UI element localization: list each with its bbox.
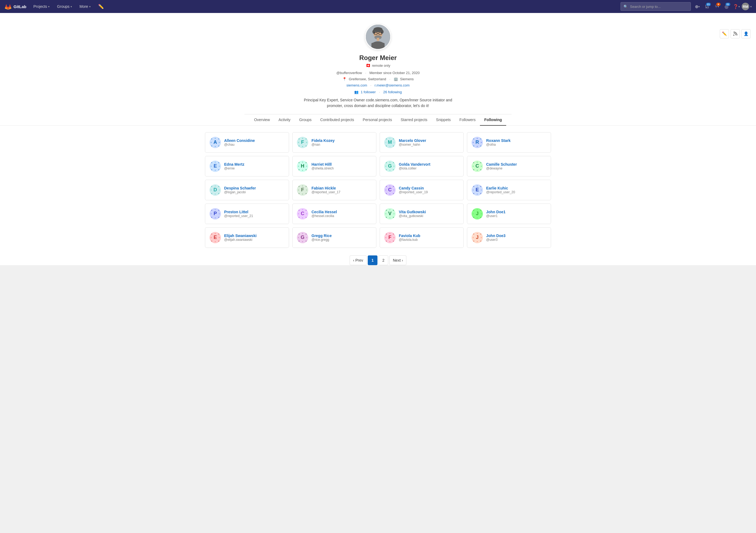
- user-card[interactable]: E Edna Mertz@ernie: [205, 156, 289, 176]
- user-name[interactable]: Cecilia Hessel: [311, 210, 372, 214]
- user-name[interactable]: Fidela Kozey: [311, 138, 372, 143]
- user-name[interactable]: Harriet Hilll: [311, 162, 372, 167]
- user-avatar-16: E: [209, 232, 221, 243]
- user-avatar-13: C: [297, 208, 308, 220]
- user-name[interactable]: Despina Schaefer: [224, 186, 284, 190]
- user-name[interactable]: Elijah Swaniawski: [224, 233, 284, 238]
- user-name[interactable]: Preston Littel: [224, 210, 284, 214]
- svg-point-170: [477, 217, 478, 218]
- svg-point-68: [306, 169, 307, 170]
- user-avatar[interactable]: RM: [742, 3, 749, 10]
- user-name[interactable]: Vita Gutkowski: [399, 210, 459, 214]
- nav-groups[interactable]: Groups ▾: [54, 3, 75, 10]
- user-handle: @reported_user_17: [311, 190, 372, 194]
- svg-point-20: [215, 146, 216, 147]
- user-card[interactable]: C Cecilia Hessel@hessel.cecilia: [292, 203, 376, 224]
- svg-point-89: [477, 162, 478, 163]
- user-avatar-12: P: [209, 208, 221, 220]
- user-card[interactable]: C Camille Schuster@dewayne: [467, 156, 551, 176]
- page-2-button[interactable]: 2: [379, 255, 388, 265]
- user-name[interactable]: Earlie Kuhic: [486, 186, 547, 190]
- svg-point-15: [211, 138, 212, 140]
- svg-point-138: [218, 217, 219, 218]
- user-card[interactable]: F Faviola Kub@faviola.kub: [380, 227, 464, 248]
- svg-point-137: [211, 217, 212, 218]
- user-avatar-15: J: [472, 208, 483, 220]
- rss-button[interactable]: [731, 29, 740, 39]
- next-page-button[interactable]: Next ›: [389, 255, 406, 265]
- help-button[interactable]: ❓ ▾: [732, 2, 741, 11]
- new-item-button[interactable]: ⊕ ▾: [693, 2, 702, 11]
- user-card[interactable]: E Earlie Kuhic@reported_user_20: [467, 180, 551, 200]
- svg-point-141: [211, 213, 212, 214]
- user-name[interactable]: John Doe3: [486, 233, 547, 238]
- user-card[interactable]: P Preston Littel@reported_user_21: [205, 203, 289, 224]
- user-name[interactable]: Candy Cassin: [399, 186, 459, 190]
- tab-personal[interactable]: Personal projects: [359, 114, 396, 126]
- user-name[interactable]: John Doe1: [486, 210, 547, 214]
- website-link[interactable]: siemens.com: [346, 83, 367, 87]
- user-name[interactable]: Alleen Considine: [224, 138, 284, 143]
- tab-snippets[interactable]: Snippets: [432, 114, 455, 126]
- user-card[interactable]: J John Doe3@user3: [467, 227, 551, 248]
- email-link[interactable]: r.meier@siemens.com: [374, 83, 410, 87]
- svg-point-61: [211, 166, 212, 167]
- user-card[interactable]: E Elijah Swaniawski@elijah.swaniawski: [205, 227, 289, 248]
- user-name[interactable]: Golda Vandervort: [399, 162, 459, 167]
- search-bar[interactable]: 🔍 Search or jump to...: [621, 2, 691, 11]
- block-user-button[interactable]: 👤: [742, 29, 751, 39]
- tab-overview[interactable]: Overview: [250, 114, 274, 126]
- location: Greifensee, Switzerland: [349, 77, 386, 81]
- user-name[interactable]: Marcelo Glover: [399, 138, 459, 143]
- svg-point-202: [393, 237, 394, 238]
- user-name[interactable]: Roxann Stark: [486, 138, 547, 143]
- svg-point-191: [298, 237, 299, 238]
- followers-link[interactable]: 1 follower: [361, 90, 376, 94]
- tab-contributed[interactable]: Contributed projects: [316, 114, 358, 126]
- todo-button[interactable]: ☑ 21: [703, 2, 712, 11]
- issues-button[interactable]: ◎ 21: [722, 2, 731, 11]
- svg-point-167: [473, 217, 474, 218]
- user-card[interactable]: G Gregg Rice@rice.gregg: [292, 227, 376, 248]
- nav-more[interactable]: More ▾: [77, 3, 93, 10]
- user-card[interactable]: G Golda Vandervort@iola.collier: [380, 156, 464, 176]
- gitlab-brand[interactable]: GitLab: [4, 3, 26, 10]
- nav-pencil[interactable]: ✏️: [95, 2, 107, 11]
- edit-profile-button[interactable]: ✏️: [720, 29, 729, 39]
- user-card[interactable]: F Fabian Hickle@reported_user_17: [292, 180, 376, 200]
- search-icon: 🔍: [624, 5, 628, 9]
- svg-point-161: [385, 213, 386, 214]
- tab-activity[interactable]: Activity: [274, 114, 295, 126]
- prev-page-button[interactable]: ‹ Prev: [350, 255, 367, 265]
- svg-text:F: F: [301, 187, 304, 193]
- user-avatar-5: H: [297, 161, 308, 172]
- nav-projects[interactable]: Projects ▾: [31, 3, 52, 10]
- tab-starred[interactable]: Starred projects: [396, 114, 432, 126]
- svg-point-201: [385, 237, 386, 238]
- user-card[interactable]: M Marcelo Glover@somer_hahn: [380, 132, 464, 153]
- user-card[interactable]: R Roxann Stark@otha: [467, 132, 551, 153]
- svg-point-90: [477, 170, 478, 171]
- svg-point-192: [306, 237, 307, 238]
- user-name[interactable]: Camille Schuster: [486, 162, 547, 167]
- user-card[interactable]: D Despina Schaefer@logan_jacobi: [205, 180, 289, 200]
- user-name[interactable]: Fabian Hickle: [311, 186, 372, 190]
- user-card[interactable]: C Candy Cassin@reported_user_19: [380, 180, 464, 200]
- svg-point-19: [215, 138, 216, 139]
- page-1-button[interactable]: 1: [368, 255, 377, 265]
- user-name[interactable]: Faviola Kub: [399, 233, 459, 238]
- user-card[interactable]: A Alleen Considine@chau: [205, 132, 289, 153]
- tab-following[interactable]: Following: [480, 114, 506, 126]
- merge-requests-button[interactable]: ⑂ 6 ▾: [713, 2, 721, 11]
- tab-followers[interactable]: Followers: [455, 114, 480, 126]
- user-card[interactable]: J John Doe1@user1: [467, 203, 551, 224]
- user-handle: @faviola.kub: [399, 238, 459, 242]
- user-name[interactable]: Gregg Rice: [311, 233, 372, 238]
- svg-point-111: [298, 190, 299, 191]
- user-card[interactable]: F Fidela Kozey@nan: [292, 132, 376, 153]
- tab-groups[interactable]: Groups: [295, 114, 316, 126]
- user-name[interactable]: Edna Mertz: [224, 162, 284, 167]
- following-link[interactable]: 26 following: [383, 90, 402, 94]
- user-card[interactable]: H Harriet Hilll@sheila.streich: [292, 156, 376, 176]
- user-card[interactable]: V Vita Gutkowski@vita_gutkowski: [380, 203, 464, 224]
